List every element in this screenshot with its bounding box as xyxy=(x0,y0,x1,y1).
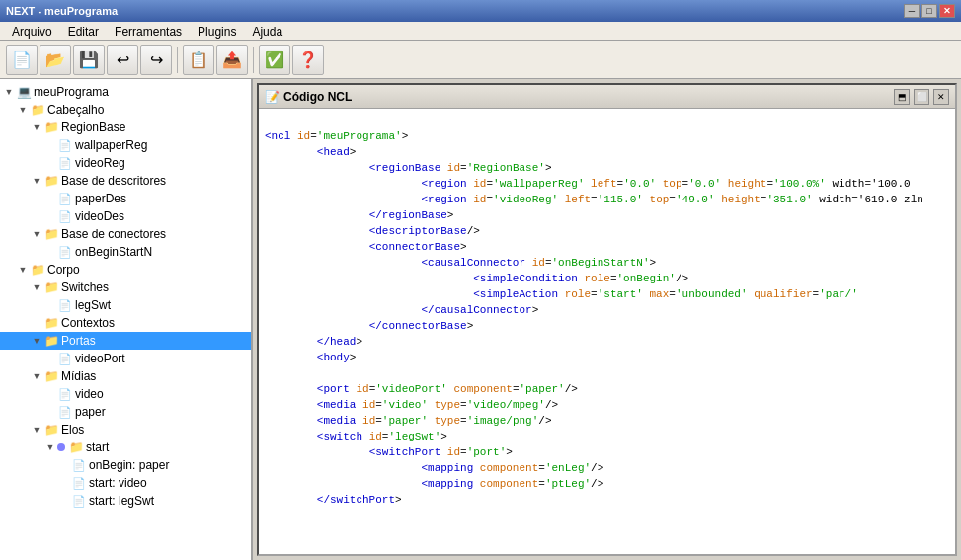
tree-node[interactable]: 📄videoDes xyxy=(0,207,251,225)
code-line: </causalConnector> xyxy=(265,302,949,318)
node-expander xyxy=(43,298,57,312)
code-line xyxy=(265,365,949,381)
node-expander xyxy=(57,494,71,508)
node-label: Switches xyxy=(61,280,109,294)
menu-ajuda[interactable]: Ajuda xyxy=(244,23,290,40)
tree-node[interactable]: 📄videoReg xyxy=(0,154,251,172)
tree-node[interactable]: ▼📁start xyxy=(0,439,251,456)
node-expander: ▼ xyxy=(16,103,30,117)
tree-node[interactable]: ▼📁Elos xyxy=(0,421,251,439)
file-icon: 📄 xyxy=(57,404,73,420)
tree-node[interactable]: ▼📁Mídias xyxy=(0,367,251,385)
panel-restore-button[interactable]: ⬒ xyxy=(894,89,910,105)
code-line: <mapping component='ptLeg'/> xyxy=(265,476,949,492)
node-label: legSwt xyxy=(75,298,111,312)
menu-editar[interactable]: Editar xyxy=(60,23,107,40)
restore-button[interactable]: □ xyxy=(921,4,937,18)
undo-button[interactable]: ↩ xyxy=(107,45,138,75)
tree-node[interactable]: ▼💻meuPrograma xyxy=(0,83,251,101)
folder-icon: 📁 xyxy=(30,102,45,118)
tree-container: ▼💻meuPrograma▼📁Cabeçalho▼📁RegionBase📄wal… xyxy=(0,79,251,514)
menu-plugins[interactable]: Plugins xyxy=(190,23,244,40)
tree-node[interactable]: 📄legSwt xyxy=(0,296,251,314)
code-line: </connectorBase> xyxy=(265,318,949,334)
validate-button[interactable]: ✅ xyxy=(259,45,290,75)
folder-icon: 📁 xyxy=(43,280,59,295)
tree-node[interactable]: 📄onBegin: paper xyxy=(0,456,251,474)
tree-node[interactable]: ▼📁Switches xyxy=(0,279,251,296)
tree-node[interactable]: 📄start: video xyxy=(0,474,251,492)
main-area: ▼💻meuPrograma▼📁Cabeçalho▼📁RegionBase📄wal… xyxy=(0,79,961,560)
node-label: meuPrograma xyxy=(34,85,109,99)
code-panel-header: 📝 Código NCL ⬒ ⬜ ✕ xyxy=(259,85,955,109)
tree-node[interactable]: ▼📁Base de conectores xyxy=(0,225,251,243)
node-expander xyxy=(43,138,57,152)
minimize-button[interactable]: ─ xyxy=(904,4,920,18)
node-label: start xyxy=(86,440,109,454)
title-bar: NEXT - meuPrograma ─ □ ✕ xyxy=(0,0,961,22)
node-expander: ▼ xyxy=(2,85,16,99)
code-line: <ncl id='meuPrograma'> xyxy=(265,128,949,144)
node-label: RegionBase xyxy=(61,120,125,134)
folder-icon: 📁 xyxy=(43,315,59,331)
menu-bar: Arquivo Editar Ferramentas Plugins Ajuda xyxy=(0,22,961,41)
toolbar: 📄 📂 💾 ↩ ↪ 📋 📤 ✅ ❓ xyxy=(0,41,961,79)
node-expander: ▼ xyxy=(30,280,43,294)
tree-node[interactable]: 📄wallpaperReg xyxy=(0,136,251,154)
menu-ferramentas[interactable]: Ferramentas xyxy=(107,23,190,40)
tree-node[interactable]: ▼📁Base de descritores xyxy=(0,172,251,190)
toolbar-separator-1 xyxy=(177,47,178,73)
export-button[interactable]: 📤 xyxy=(216,45,248,75)
node-expander xyxy=(43,156,57,170)
save-button[interactable]: 💾 xyxy=(73,45,105,75)
file-icon: 📄 xyxy=(57,351,73,366)
node-label: onBeginStartN xyxy=(75,245,152,259)
folder-icon: 📁 xyxy=(43,173,59,189)
new-button[interactable]: 📄 xyxy=(6,45,38,75)
tree-node[interactable]: 📄paperDes xyxy=(0,190,251,207)
node-expander xyxy=(43,405,57,419)
folder-icon: 📁 xyxy=(30,262,45,278)
right-panel: 📝 Código NCL ⬒ ⬜ ✕ <ncl id='meuPrograma'… xyxy=(253,79,961,560)
view-button[interactable]: 📋 xyxy=(183,45,214,75)
code-content[interactable]: <ncl id='meuPrograma'> <head> <regionBas… xyxy=(259,109,955,554)
node-label: videoReg xyxy=(75,156,125,170)
file-icon: 📄 xyxy=(71,493,87,509)
help-button[interactable]: ❓ xyxy=(292,45,324,75)
tree-node[interactable]: 📄onBeginStartN xyxy=(0,243,251,261)
port-indicator xyxy=(57,443,65,451)
code-line: <simpleAction role='start' max='unbounde… xyxy=(265,286,949,302)
node-expander: ▼ xyxy=(30,334,43,348)
code-line: </regionBase> xyxy=(265,207,949,223)
code-line: <regionBase id='RegionBase'> xyxy=(265,160,949,176)
redo-button[interactable]: ↪ xyxy=(140,45,172,75)
code-panel: 📝 Código NCL ⬒ ⬜ ✕ <ncl id='meuPrograma'… xyxy=(257,83,957,556)
tree-node[interactable]: ▼📁RegionBase xyxy=(0,119,251,136)
tree-node[interactable]: 📁Contextos xyxy=(0,314,251,332)
close-button[interactable]: ✕ xyxy=(939,4,955,18)
toolbar-separator-2 xyxy=(253,47,254,73)
tree-node[interactable]: 📄video xyxy=(0,385,251,403)
tree-node[interactable]: 📄paper xyxy=(0,403,251,421)
node-expander: ▼ xyxy=(43,440,57,454)
tree-node[interactable]: ▼📁Corpo xyxy=(0,261,251,279)
tree-node[interactable]: 📄start: legSwt xyxy=(0,492,251,510)
code-line: <mapping component='enLeg'/> xyxy=(265,460,949,476)
open-button[interactable]: 📂 xyxy=(40,45,71,75)
file-icon: 📄 xyxy=(71,475,87,491)
node-expander xyxy=(57,458,71,472)
code-line: <region id='wallpaperReg' left='0.0' top… xyxy=(265,176,949,192)
panel-maximize-button[interactable]: ⬜ xyxy=(914,89,929,105)
tree-node[interactable]: ▼📁Cabeçalho xyxy=(0,101,251,119)
panel-close-button[interactable]: ✕ xyxy=(933,89,949,105)
node-label: videoDes xyxy=(75,209,124,223)
tree-node[interactable]: 📄videoPort xyxy=(0,350,251,367)
folder-icon: 📁 xyxy=(43,422,59,438)
node-expander: ▼ xyxy=(30,120,43,134)
node-label: Base de descritores xyxy=(61,174,166,188)
folder-icon: 📁 xyxy=(43,368,59,384)
node-expander: ▼ xyxy=(30,174,43,188)
tree-node[interactable]: ▼📁Portas xyxy=(0,332,251,350)
file-icon: 📄 xyxy=(57,191,73,206)
menu-arquivo[interactable]: Arquivo xyxy=(4,23,60,40)
